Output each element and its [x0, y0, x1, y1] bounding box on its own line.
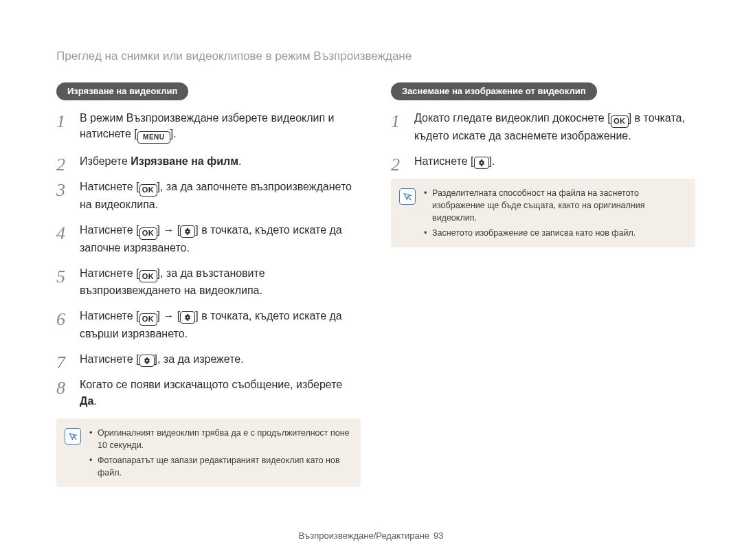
footer-page-number: 93 [434, 530, 443, 541]
left-steps: В режим Възпроизвеждане изберете видеокл… [56, 110, 361, 409]
content-columns: Изрязване на видеоклип В режим Възпроизв… [56, 82, 695, 487]
step-text: Натиснете [ [80, 181, 139, 192]
macro-icon [474, 157, 489, 169]
menu-icon: MENU [137, 131, 170, 144]
step: Когато се появи изскачащото съобщение, и… [56, 377, 361, 408]
macro-icon [180, 311, 195, 324]
step-text: В режим Възпроизвеждане изберете видеокл… [80, 112, 335, 139]
macro-icon [180, 225, 195, 238]
step-text: Когато се появи изскачащото съобщение, и… [80, 379, 342, 390]
left-column: Изрязване на видеоклип В режим Възпроизв… [56, 82, 361, 487]
note-item: Фотоапаратът ще запази редактираният вид… [89, 454, 351, 479]
info-icon [399, 188, 416, 205]
step-text: ]. [489, 155, 495, 167]
step: Натиснете [OK] → [ ] в точката, където и… [56, 222, 361, 256]
step-text-bold: Изрязване на филм [131, 155, 238, 167]
note-item: Оригиналният видеоклип трябва да е с про… [89, 427, 351, 451]
section-title-left: Изрязване на видеоклип [56, 82, 188, 100]
info-icon [65, 428, 81, 445]
note-box-right: Разделителната способност на файла на за… [391, 179, 695, 248]
step: Натиснете [ ]. [391, 153, 695, 169]
step: Натиснете [OK], за да възстановите възпр… [56, 265, 361, 299]
step-text: Натиснете [ [80, 224, 139, 236]
step-text: Натиснете [ [80, 353, 139, 365]
step-text: ], за да изрежете. [155, 353, 244, 365]
manual-page: Преглед на снимки или видеоклипове в реж… [0, 0, 742, 560]
step-text: Изберете [80, 155, 131, 167]
step-text: . [93, 395, 96, 407]
step: Натиснете [OK] → [ ] в точката, където и… [56, 308, 361, 341]
step-text: Натиснете [ [80, 310, 139, 322]
note-list: Оригиналният видеоклип трябва да е с про… [89, 427, 351, 480]
step-text: Докато гледате видеоклип докоснете [ [414, 112, 611, 124]
note-item: Разделителната способност на файла на за… [424, 187, 686, 224]
step: В режим Възпроизвеждане изберете видеокл… [56, 110, 361, 144]
step-text: ] → [ [157, 310, 181, 322]
ok-icon: OK [139, 227, 157, 240]
step-text: Натиснете [ [80, 267, 139, 279]
footer-section: Възпроизвеждане/Редактиране [298, 530, 429, 541]
note-box-left: Оригиналният видеоклип трябва да е с про… [56, 418, 361, 488]
step: Изберете Изрязване на филм. [56, 153, 361, 169]
page-footer: Възпроизвеждане/Редактиране93 [0, 530, 742, 541]
step: Натиснете [OK], за да започнете възпроиз… [56, 179, 361, 212]
step-text: Натиснете [ [414, 155, 474, 167]
step-text-bold: Да [80, 395, 93, 407]
ok-icon: OK [611, 115, 629, 128]
right-steps: Докато гледате видеоклип докоснете [OK] … [391, 110, 695, 169]
macro-icon [139, 355, 155, 367]
step-text: ] → [ [157, 224, 181, 236]
step: Докато гледате видеоклип докоснете [OK] … [391, 110, 695, 144]
page-header: Преглед на снимки или видеоклипове в реж… [56, 49, 695, 63]
right-column: Заснемане на изображение от видеоклип До… [391, 82, 695, 487]
ok-icon: OK [139, 313, 157, 326]
note-item: Заснетото изображение се записва като но… [424, 227, 686, 239]
section-title-right: Заснемане на изображение от видеоклип [391, 82, 597, 100]
step: Натиснете [ ], за да изрежете. [56, 351, 361, 367]
note-list: Разделителната способност на файла на за… [424, 187, 686, 240]
ok-icon: OK [139, 184, 157, 197]
step-text: . [238, 155, 241, 167]
ok-icon: OK [139, 270, 157, 282]
step-text: ]. [170, 128, 177, 139]
